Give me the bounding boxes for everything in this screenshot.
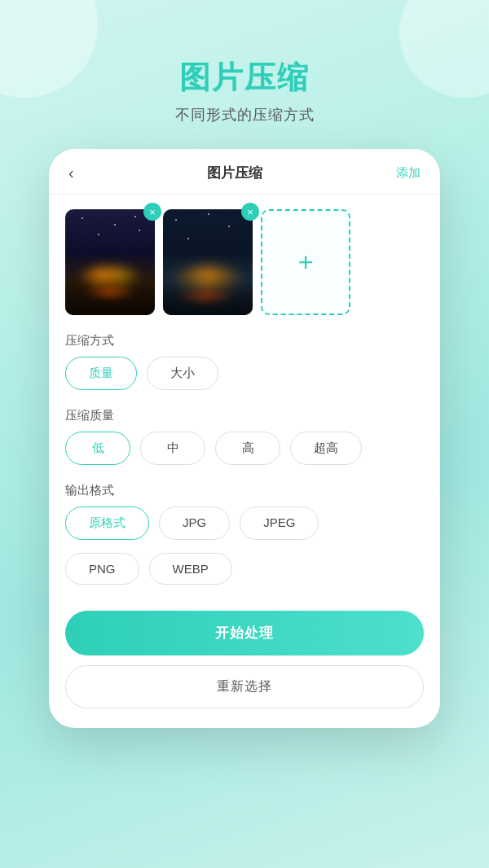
compression-quality-label: 压缩质量 (49, 403, 440, 432)
option-png[interactable]: PNG (65, 553, 139, 585)
topbar-title: 图片压缩 (207, 164, 262, 182)
bg-decoration-tr (399, 0, 489, 98)
output-format-row2: PNG WEBP (49, 553, 440, 598)
bottom-shadow (65, 274, 155, 315)
image-2-wrapper: × (163, 209, 253, 315)
option-jpg[interactable]: JPG (159, 506, 230, 540)
compression-method-options: 质量 大小 (49, 357, 440, 403)
option-original[interactable]: 原格式 (65, 506, 149, 540)
reset-button[interactable]: 重新选择 (65, 665, 424, 708)
star-decoration (187, 238, 189, 239)
bottom-shadow-2 (163, 274, 253, 315)
topbar: ‹ 图片压缩 添加 (49, 149, 440, 195)
option-medium[interactable]: 中 (140, 432, 205, 465)
option-webp[interactable]: WEBP (149, 553, 232, 585)
phone-frame: ‹ 图片压缩 添加 × (49, 149, 440, 728)
option-very-high[interactable]: 超高 (290, 432, 362, 465)
hero-title: 图片压缩 (175, 57, 315, 99)
star-decoration (139, 230, 140, 231)
image-1-wrapper: × (65, 209, 155, 315)
star-decoration (82, 217, 83, 219)
images-row: × × + (49, 195, 440, 328)
hero-section: 图片压缩 不同形式的压缩方式 (175, 0, 315, 125)
add-button[interactable]: 添加 (396, 165, 421, 181)
compression-quality-options: 低 中 高 超高 (49, 432, 440, 478)
compression-method-label: 压缩方式 (49, 328, 440, 357)
star-decoration (228, 226, 230, 227)
add-plus-icon: + (298, 249, 314, 275)
option-low[interactable]: 低 (65, 432, 130, 465)
start-process-button[interactable]: 开始处理 (65, 611, 424, 655)
hero-subtitle: 不同形式的压缩方式 (175, 105, 315, 125)
option-size[interactable]: 大小 (147, 357, 218, 390)
bg-decoration-tl (0, 0, 98, 98)
remove-image-2-button[interactable]: × (241, 203, 259, 221)
star-decoration (208, 213, 209, 215)
option-quality[interactable]: 质量 (65, 357, 137, 390)
image-1-thumbnail (65, 209, 155, 315)
add-image-button[interactable]: + (261, 209, 350, 315)
back-button[interactable]: ‹ (68, 164, 74, 182)
star-decoration (114, 224, 116, 226)
remove-image-1-button[interactable]: × (143, 203, 161, 221)
option-high[interactable]: 高 (215, 432, 280, 465)
output-format-label: 输出格式 (49, 478, 440, 506)
output-format-row1: 原格式 JPG JPEG (49, 506, 440, 553)
star-decoration (134, 216, 136, 217)
star-decoration (98, 234, 99, 235)
action-section: 开始处理 重新选择 (49, 598, 440, 708)
star-decoration (175, 219, 177, 221)
option-jpeg[interactable]: JPEG (240, 506, 319, 540)
image-2-thumbnail (163, 209, 253, 315)
